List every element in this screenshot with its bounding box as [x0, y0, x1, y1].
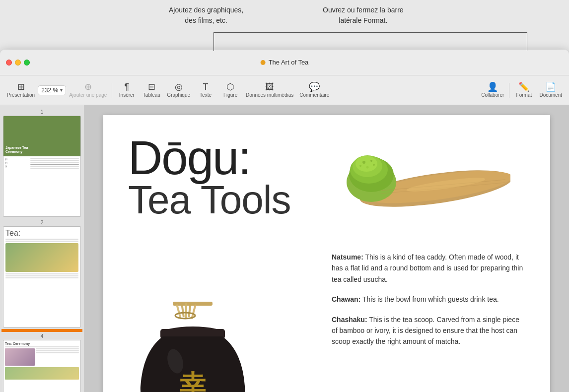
- maximize-button[interactable]: [24, 60, 30, 65]
- page-title-line2: Tea Tools: [128, 180, 322, 220]
- graphic-button[interactable]: ◎ Graphique: [164, 80, 193, 100]
- document-label: Document: [539, 92, 562, 98]
- format-label: Format: [516, 92, 532, 98]
- page-thumb-4[interactable]: 4 Tea: Ceremony: [3, 333, 81, 392]
- comment-button[interactable]: 💬 Commentaire: [296, 80, 332, 100]
- presentation-label: Présentation: [7, 92, 35, 98]
- annotation-line-vert-right: [527, 32, 527, 51]
- toolbar: ⊞ Présentation 232 % ▾ ⊕ Ajouter une pag…: [0, 75, 569, 105]
- doc-area[interactable]: Dōgu: Tea Tools: [84, 105, 569, 392]
- graphic-label: Graphique: [167, 92, 190, 98]
- minimize-button[interactable]: [15, 60, 21, 65]
- svg-point-10: [359, 165, 361, 167]
- main-window: The Art of Tea ⊞ Présentation 232 % ▾ ⊕ …: [0, 50, 569, 392]
- table-button[interactable]: ⊟ Tableau: [139, 80, 164, 100]
- page-num-1: 1: [3, 109, 81, 115]
- toolbar-separator-1: [112, 83, 112, 98]
- collaborate-icon: 👤: [487, 82, 498, 91]
- window-title-area: The Art of Tea: [261, 59, 309, 66]
- desc-natsume: Natsume: This is a kind of tea caddy. Of…: [332, 252, 525, 285]
- content-area: 1 Japanese TeaCeremony 和 利 休: [0, 105, 569, 392]
- insert-icon: ¶: [125, 82, 130, 91]
- svg-rect-15: [173, 302, 213, 306]
- page-thumb-1[interactable]: 1 Japanese TeaCeremony 和 利 休: [3, 109, 81, 217]
- page-num-2: 2: [3, 220, 81, 225]
- format-icon: ✏️: [518, 82, 529, 91]
- zoom-value: 232 %: [41, 87, 58, 94]
- page-thumb-2[interactable]: 2 Tea:: [3, 220, 81, 327]
- figure-label: Figure: [223, 92, 237, 98]
- desc-chashaku: Chashaku: This is the tea scoop. Carved …: [332, 314, 525, 347]
- comment-icon: 💬: [309, 82, 320, 91]
- multimedia-button[interactable]: 🖼 Données multimédias: [243, 80, 296, 100]
- annotation-line-horiz-right: [298, 32, 527, 33]
- graphic-icon: ◎: [175, 82, 183, 91]
- toolbar-separator-2: [509, 83, 509, 98]
- presentation-icon: ⊞: [17, 82, 25, 91]
- svg-point-6: [356, 156, 377, 172]
- page-title-line1: Dōgu:: [128, 135, 322, 180]
- title-dot: [261, 60, 266, 65]
- annotation-line-horiz-left: [213, 32, 298, 33]
- page-sidebar[interactable]: 1 Japanese TeaCeremony 和 利 休: [0, 105, 84, 392]
- multimedia-label: Données multimédias: [246, 92, 293, 98]
- traffic-lights: [0, 60, 30, 65]
- desc-chawan: Chawan: This is the bowl from which gues…: [332, 294, 525, 305]
- add-page-button[interactable]: ⊕ Ajouter une page: [66, 80, 110, 100]
- document-page: Dōgu: Tea Tools: [103, 115, 550, 392]
- collaborate-label: Collaborer: [481, 92, 504, 98]
- spoon-illustration: [347, 135, 510, 242]
- text-icon: T: [203, 82, 209, 91]
- figure-icon: ⬡: [226, 82, 234, 91]
- collaborate-button[interactable]: 👤 Collaborer: [478, 80, 507, 100]
- multimedia-icon: 🖼: [265, 82, 274, 91]
- jar-image-area: 幸 茶: [128, 302, 257, 392]
- close-button[interactable]: [6, 60, 12, 65]
- thumb-inner-2: Tea:: [3, 226, 81, 327]
- table-label: Tableau: [143, 92, 160, 98]
- thumb-inner-4: Tea: Ceremony: [3, 340, 81, 392]
- table-icon: ⊟: [148, 82, 155, 91]
- insert-button[interactable]: ¶ Insérer: [114, 80, 139, 100]
- text-button[interactable]: T Texte: [193, 80, 218, 100]
- annotation-area: Ajoutez des graphiques, des films, etc. …: [0, 0, 569, 52]
- document-icon: 📄: [545, 82, 556, 91]
- presentation-button[interactable]: ⊞ Présentation: [4, 80, 38, 100]
- svg-rect-18: [185, 303, 187, 319]
- zoom-control[interactable]: 232 % ▾: [38, 85, 66, 95]
- document-button[interactable]: 📄 Document: [536, 80, 565, 100]
- comment-label: Commentaire: [299, 92, 329, 98]
- text-label: Texte: [200, 92, 212, 98]
- svg-point-9: [366, 166, 369, 169]
- add-page-label: Ajouter une page: [69, 92, 107, 98]
- thumb-inner-1: Japanese TeaCeremony 和 利 休: [3, 116, 81, 217]
- svg-point-7: [362, 161, 365, 164]
- svg-point-8: [370, 160, 372, 162]
- svg-point-11: [373, 164, 375, 166]
- spoon-image-area: [332, 135, 525, 242]
- figure-button[interactable]: ⬡ Figure: [218, 80, 243, 100]
- format-button[interactable]: ✏️ Format: [511, 80, 536, 100]
- window-title: The Art of Tea: [269, 59, 309, 66]
- descriptions-area: Natsume: This is a kind of tea caddy. Of…: [332, 247, 525, 356]
- svg-text:幸: 幸: [180, 371, 206, 392]
- add-page-icon: ⊕: [84, 82, 92, 91]
- annotation-line-vert-left: [213, 32, 214, 51]
- annotation-left: Ajoutez des graphiques, des films, etc.: [169, 5, 243, 26]
- titlebar: The Art of Tea: [0, 50, 569, 75]
- annotation-right: Ouvrez ou fermez la barre latérale Forma…: [323, 5, 404, 26]
- page-num-4: 4: [3, 333, 81, 339]
- zoom-arrow-icon: ▾: [60, 87, 63, 93]
- jar-illustration: 幸 茶: [128, 302, 257, 392]
- insert-label: Insérer: [119, 92, 135, 98]
